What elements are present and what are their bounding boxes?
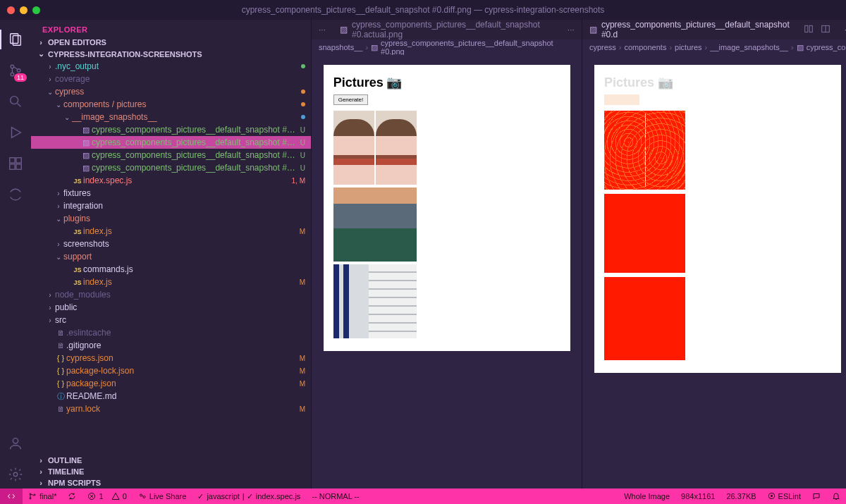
file-label: plugins <box>63 214 305 223</box>
open-editors-section[interactable]: ›OPEN EDITORS <box>31 37 311 48</box>
notifications-icon[interactable] <box>826 492 846 500</box>
file-tree-item[interactable]: ⌄components / pictures <box>31 98 311 111</box>
tab-diff-png[interactable]: ▨ cypress_components_pictures__default_s… <box>582 20 797 39</box>
file-tree-item[interactable]: 🗎yarn.lockM <box>31 402 311 415</box>
file-tree-item[interactable]: ▨cypress_components_pictures__default_sn… <box>31 136 311 149</box>
thumb-face <box>333 111 374 185</box>
diff-button-ghost: Generate! <box>604 94 639 105</box>
file-tree-item[interactable]: ⓘREADME.md <box>31 390 311 402</box>
file-label: cypress_components_pictures__default_sna… <box>92 137 298 147</box>
file-tree-item[interactable]: ›coverage <box>31 73 311 85</box>
file-file-icon: 🗎 <box>55 341 66 350</box>
file-tree-item[interactable]: ›.nyc_output <box>31 60 311 73</box>
tab-actual-png[interactable]: ▨ cypress_components_pictures__default_s… <box>333 20 560 39</box>
file-tree-item[interactable]: ▨cypress_components_pictures__default_sn… <box>31 161 311 174</box>
tab-actions-right[interactable]: ··· <box>838 25 846 35</box>
img-file-icon: ▨ <box>80 125 92 135</box>
file-tree-item[interactable]: ›fixtures <box>31 187 311 199</box>
file-label: cypress <box>55 87 298 97</box>
settings-gear-icon[interactable] <box>0 460 31 488</box>
json-file-icon: { } <box>55 379 66 388</box>
problems[interactable]: 1 0 <box>82 492 132 500</box>
file-tree-item[interactable]: { }cypress.jsonM <box>31 352 311 364</box>
explorer-icon[interactable] <box>0 25 31 54</box>
file-tree-item[interactable]: 🗎.gitignore <box>31 339 311 352</box>
diff-view-icon[interactable] <box>804 24 814 36</box>
close-window-button[interactable] <box>7 6 15 14</box>
file-tree-item[interactable]: ›public <box>31 301 311 314</box>
file-tree-item[interactable]: ›node_modules <box>31 288 311 301</box>
svg-point-4 <box>17 69 20 73</box>
file-tree-item[interactable]: ▨cypress_components_pictures__default_sn… <box>31 123 311 136</box>
breadcrumb-segment[interactable]: cypress <box>589 43 616 51</box>
npm-scripts-section[interactable]: ›NPM SCRIPTS <box>31 477 311 488</box>
zoom-level[interactable]: Whole Image <box>618 492 675 500</box>
file-label: cypress_components_pictures__default_sna… <box>92 163 298 173</box>
git-branch[interactable]: final* <box>23 492 62 500</box>
timeline-section[interactable]: ›TIMELINE <box>31 466 311 477</box>
file-tree-item[interactable]: ⌄plugins <box>31 212 311 225</box>
split-editor-icon[interactable] <box>821 24 830 36</box>
breadcrumb-left[interactable]: snapshots__›▨cypress_components_pictures… <box>312 39 582 55</box>
extensions-icon[interactable] <box>0 149 31 178</box>
project-section[interactable]: ⌄CYPRESS-INTEGRATION-SCREENSHOTS <box>31 48 311 60</box>
scm-status-tag: M <box>300 405 305 413</box>
sync-icon[interactable] <box>62 492 82 500</box>
breadcrumb-segment[interactable]: components <box>624 43 666 51</box>
run-debug-icon[interactable] <box>0 118 31 147</box>
camera-icon: 📷 <box>658 75 673 90</box>
lang-status[interactable]: ✓ javascript | ✓ index.spec.js <box>192 492 306 501</box>
file-label: cypress_components_pictures__default_sna… <box>92 150 298 160</box>
file-tree-item[interactable]: ⌄support <box>31 250 311 263</box>
search-icon[interactable] <box>0 87 31 116</box>
eslint-status[interactable]: ⦿ ESLint <box>762 492 807 500</box>
file-tree: ›.nyc_output›coverage⌄cypress⌄components… <box>31 60 311 455</box>
feedback-icon[interactable] <box>807 492 826 500</box>
file-tree-item[interactable]: ›screenshots <box>31 238 311 250</box>
thumb-sea <box>333 188 417 262</box>
file-tree-item[interactable]: JSindex.spec.js1, M <box>31 174 311 187</box>
file-tree-item[interactable]: { }package-lock.jsonM <box>31 364 311 377</box>
file-tree-item[interactable]: ⌄__image_snapshots__ <box>31 111 311 123</box>
outline-section[interactable]: ›OUTLINE <box>31 455 311 466</box>
file-label: components / pictures <box>63 99 298 109</box>
minimize-window-button[interactable] <box>20 6 27 14</box>
file-tree-item[interactable]: ⌄cypress <box>31 85 311 98</box>
breadcrumb-segment[interactable]: pictures <box>675 43 702 51</box>
svg-point-5 <box>11 97 18 104</box>
breadcrumb-right[interactable]: cypress›components›pictures›__image_snap… <box>582 39 846 55</box>
breadcrumb-segment[interactable]: cypress_co <box>807 43 846 51</box>
file-tree-item[interactable]: ›src <box>31 314 311 326</box>
maximize-window-button[interactable] <box>32 6 40 14</box>
file-tree-item[interactable]: JScommands.js <box>31 263 311 276</box>
json-file-icon: { } <box>55 354 66 362</box>
scm-status-tag: U <box>300 152 305 159</box>
breadcrumb-segment[interactable]: snapshots__ <box>319 43 362 51</box>
svg-point-15 <box>30 493 31 495</box>
file-tree-item[interactable]: ›integration <box>31 199 311 212</box>
status-bar: final* 1 0 Live Share ✓ javascript | ✓ i… <box>0 488 846 504</box>
sidebar: EXPLORER ›OPEN EDITORS ⌄CYPRESS-INTEGRAT… <box>31 20 312 488</box>
file-tree-item[interactable]: 🗎.eslintcache <box>31 326 311 339</box>
preview-title: Pictures📷 <box>333 75 560 90</box>
file-tree-item[interactable]: ▨cypress_components_pictures__default_sn… <box>31 149 311 161</box>
status-dot <box>301 64 305 68</box>
window-controls <box>7 6 40 14</box>
file-tree-item[interactable]: JSindex.jsM <box>31 276 311 288</box>
remote-icon[interactable] <box>0 180 31 209</box>
file-tree-item[interactable]: JSindex.jsM <box>31 225 311 238</box>
live-share[interactable]: Live Share <box>133 492 192 500</box>
source-control-icon[interactable]: 11 <box>0 56 31 85</box>
file-label: commands.js <box>83 264 305 274</box>
remote-indicator[interactable] <box>0 488 23 504</box>
breadcrumb-segment[interactable]: __image_snapshots__ <box>710 43 788 51</box>
file-tree-item[interactable]: { }package.jsonM <box>31 377 311 390</box>
chevron-icon: ⌄ <box>54 253 63 261</box>
account-icon[interactable] <box>0 429 31 457</box>
file-label: .nyc_output <box>55 61 298 71</box>
breadcrumb-segment[interactable]: cypress_components_pictures__default_sna… <box>381 39 575 55</box>
chevron-icon: › <box>54 202 63 210</box>
tab-overflow-left[interactable]: ··· <box>312 25 333 35</box>
tab-actions-left[interactable]: ··· <box>560 25 582 35</box>
svg-rect-12 <box>804 25 807 32</box>
